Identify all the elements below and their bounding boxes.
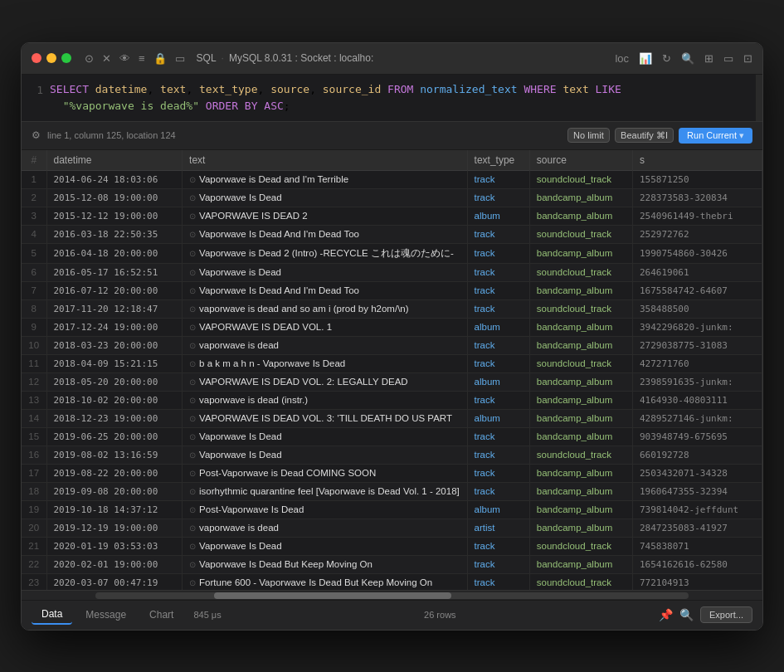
cell-text: ⊙vaporwave is dead and so am i (prod by … <box>183 299 468 318</box>
cell-text-type: album <box>467 318 529 336</box>
sql-code-1: SELECT datetime, text, text_type, source… <box>50 81 752 99</box>
refresh-icon[interactable]: ↻ <box>662 52 671 65</box>
table-row[interactable]: 222020-02-01 19:00:00⊙Vaporwave Is Dead … <box>22 555 762 573</box>
tab-message[interactable]: Message <box>75 606 136 624</box>
minimize-button[interactable] <box>46 53 56 63</box>
nav-back-icon[interactable]: ⊙ <box>85 52 94 65</box>
cell-id: 2847235083-41927 <box>632 519 762 537</box>
cell-source: bandcamp_album <box>529 318 632 336</box>
panel-icon[interactable]: ▭ <box>723 52 733 65</box>
row-icon: ⊙ <box>189 505 196 514</box>
cell-source: bandcamp_album <box>529 519 632 537</box>
cell-text: ⊙vaporwave is dead (instr.) <box>183 391 468 409</box>
cell-row-number: 21 <box>22 537 46 555</box>
row-icon: ⊙ <box>189 469 196 478</box>
table-row[interactable]: 92017-12-24 19:00:00⊙VAPORWAVE IS DEAD V… <box>22 318 762 336</box>
table-row[interactable]: 52016-04-18 20:00:00⊙Vaporwave is Dead 2… <box>22 243 762 263</box>
maximize-button[interactable] <box>61 53 71 63</box>
cell-row-number: 6 <box>22 263 46 281</box>
cursor-info: line 1, column 125, location 124 <box>47 130 561 140</box>
table-row[interactable]: 32015-12-12 19:00:00⊙VAPORWAVE IS DEAD 2… <box>22 207 762 225</box>
cell-source: bandcamp_album <box>529 391 632 409</box>
nav-forward-icon[interactable]: ✕ <box>102 52 111 65</box>
editor-scrollbar[interactable] <box>756 75 762 121</box>
query-timing: 845 μs <box>193 610 221 620</box>
cell-datetime: 2019-09-08 20:00:00 <box>46 482 183 500</box>
tab-chart[interactable]: Chart <box>139 606 183 624</box>
split-icon[interactable]: ⊞ <box>704 52 713 65</box>
cell-id: 3942296820-junkm: <box>632 318 762 336</box>
sql-editor[interactable]: 1 SELECT datetime, text, text_type, sour… <box>22 75 762 122</box>
db-icon[interactable]: ▭ <box>175 52 185 65</box>
table-row[interactable]: 192019-10-18 14:37:12⊙Post-Vaporwave Is … <box>22 500 762 519</box>
cell-row-number: 11 <box>22 354 46 373</box>
cell-text-type: track <box>467 299 529 318</box>
settings-icon[interactable]: ⚙ <box>32 129 41 141</box>
cell-datetime: 2014-06-24 18:03:06 <box>46 170 183 188</box>
row-icon: ⊙ <box>189 414 196 423</box>
table-row[interactable]: 22015-12-08 19:00:00⊙Vaporwave Is Deadtr… <box>22 188 762 207</box>
row-icon: ⊙ <box>189 304 196 314</box>
lock-icon[interactable]: 🔒 <box>153 52 167 65</box>
close-button[interactable] <box>32 53 41 63</box>
cell-datetime: 2017-12-24 19:00:00 <box>46 318 183 336</box>
search-bottom-icon[interactable]: 🔍 <box>679 608 694 621</box>
row-icon: ⊙ <box>189 193 196 202</box>
results-table-container[interactable]: # datetime text text_type source s 12014… <box>22 150 762 590</box>
titlebar-label: SQL · MySQL 8.0.31 : Socket : localho: <box>197 52 374 64</box>
horizontal-scrollbar[interactable] <box>22 590 762 600</box>
cell-text-type: track <box>467 336 529 354</box>
beautify-select[interactable]: Beautify ⌘I <box>615 128 674 143</box>
table-body: 12014-06-24 18:03:06⊙Vaporwave is Dead a… <box>22 170 762 590</box>
table-row[interactable]: 182019-09-08 20:00:00⊙isorhythmic quaran… <box>22 482 762 500</box>
cell-id: 739814042-jeffdunt <box>632 500 762 519</box>
cell-id: 1990754860-30426 <box>632 243 762 263</box>
list-icon[interactable]: ≡ <box>139 52 145 65</box>
table-row[interactable]: 232020-03-07 00:47:19⊙Fortune 600 - Vapo… <box>22 573 762 590</box>
toolbar-actions: No limit Beautify ⌘I Run Current ▾ <box>567 128 752 144</box>
table-row[interactable]: 202019-12-19 19:00:00⊙vaporwave is deada… <box>22 519 762 537</box>
table-row[interactable]: 142018-12-23 19:00:00⊙VAPORWAVE IS DEAD … <box>22 409 762 427</box>
scrollbar-thumb[interactable] <box>214 592 451 599</box>
fullscreen-icon[interactable]: ⊡ <box>743 52 752 65</box>
table-header-row: # datetime text text_type source s <box>22 150 762 171</box>
cell-row-number: 5 <box>22 243 46 263</box>
eye-icon[interactable]: 👁 <box>119 52 130 65</box>
cell-text: ⊙Vaporwave Is Dead And I'm Dead Too <box>183 225 468 243</box>
cell-text: ⊙Vaporwave Is Dead <box>183 537 468 555</box>
table-row[interactable]: 212020-01-19 03:53:03⊙Vaporwave Is Deadt… <box>22 537 762 555</box>
table-row[interactable]: 112018-04-09 15:21:15⊙b a k m a h n - Va… <box>22 354 762 373</box>
col-datetime: datetime <box>46 150 183 171</box>
row-icon: ⊙ <box>189 212 196 221</box>
cell-id: 1654162616-62580 <box>632 555 762 573</box>
table-row[interactable]: 162019-08-02 13:16:59⊙Vaporwave Is Deadt… <box>22 446 762 464</box>
row-count: 26 rows <box>225 610 655 620</box>
export-button[interactable]: Export... <box>700 606 752 623</box>
cell-source: bandcamp_album <box>529 188 632 207</box>
cell-row-number: 15 <box>22 427 46 446</box>
pin-icon[interactable]: 📌 <box>659 608 673 621</box>
cell-row-number: 7 <box>22 281 46 299</box>
table-row[interactable]: 72016-07-12 20:00:00⊙Vaporwave Is Dead A… <box>22 281 762 299</box>
table-row[interactable]: 42016-03-18 22:50:35⊙Vaporwave Is Dead A… <box>22 225 762 243</box>
run-current-button[interactable]: Run Current ▾ <box>679 128 752 144</box>
table-row[interactable]: 62016-05-17 16:52:51⊙Vaporwave is Deadtr… <box>22 263 762 281</box>
table-row[interactable]: 172019-08-22 20:00:00⊙Post-Vaporwave is … <box>22 464 762 482</box>
table-row[interactable]: 102018-03-23 20:00:00⊙vaporwave is deadt… <box>22 336 762 354</box>
table-row[interactable]: 152019-06-25 20:00:00⊙Vaporwave Is Deadt… <box>22 427 762 446</box>
cell-datetime: 2018-10-02 20:00:00 <box>46 391 183 409</box>
chart-icon[interactable]: 📊 <box>639 52 652 65</box>
table-row[interactable]: 82017-11-20 12:18:47⊙vaporwave is dead a… <box>22 299 762 318</box>
table-row[interactable]: 132018-10-02 20:00:00⊙vaporwave is dead … <box>22 391 762 409</box>
cell-datetime: 2015-12-08 19:00:00 <box>46 188 183 207</box>
tab-data[interactable]: Data <box>32 605 72 625</box>
row-icon: ⊙ <box>189 230 196 239</box>
table-row[interactable]: 12014-06-24 18:03:06⊙Vaporwave is Dead a… <box>22 170 762 188</box>
cell-datetime: 2020-01-19 03:53:03 <box>46 537 183 555</box>
row-icon: ⊙ <box>189 286 196 295</box>
locale-icon[interactable]: loc <box>615 52 629 65</box>
search-icon[interactable]: 🔍 <box>681 52 694 65</box>
table-row[interactable]: 122018-05-20 20:00:00⊙VAPORWAVE IS DEAD … <box>22 373 762 391</box>
limit-select[interactable]: No limit <box>567 128 610 143</box>
cell-row-number: 4 <box>22 225 46 243</box>
